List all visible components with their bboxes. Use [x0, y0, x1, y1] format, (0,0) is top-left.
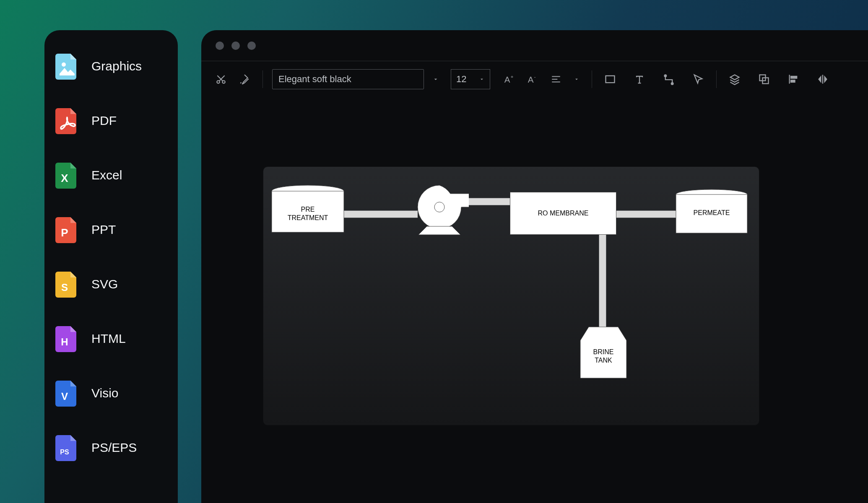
layers-icon[interactable]: [726, 70, 743, 88]
svg-text:-: -: [534, 74, 536, 79]
excel-icon: X: [55, 162, 79, 189]
decrease-font-icon[interactable]: A-: [524, 70, 541, 88]
svg-text:PS: PS: [60, 449, 69, 456]
align-caret-icon[interactable]: [571, 76, 582, 82]
ppt-icon: P: [55, 216, 79, 243]
node-ro-membrane[interactable]: RO MEMBRANE: [510, 192, 616, 235]
image-icon: [55, 53, 79, 80]
svg-rect-19: [791, 80, 795, 82]
svg-text:V: V: [61, 391, 68, 402]
export-item-pdf[interactable]: PDF: [52, 101, 170, 141]
group-icon[interactable]: [755, 70, 773, 88]
style-select-value: Elegant soft black: [278, 74, 351, 85]
editor-window: Elegant soft black 12 A+ A-: [201, 30, 868, 503]
export-item-label: Graphics: [91, 59, 142, 73]
export-item-graphics[interactable]: Graphics: [52, 46, 170, 86]
format-painter-icon[interactable]: [236, 70, 253, 88]
node-label: RO MEMBRANE: [538, 209, 589, 218]
export-item-visio[interactable]: V Visio: [52, 373, 170, 413]
svg-rect-13: [606, 76, 615, 83]
node-label: PERMEATE: [674, 209, 749, 217]
pipe: [599, 234, 606, 329]
export-item-label: PS/EPS: [91, 441, 137, 455]
toolbar-separator: [262, 70, 263, 88]
svg-text:S: S: [61, 282, 68, 293]
export-format-panel: Graphics PDF X Excel: [44, 30, 178, 503]
node-label: PRETREATMENT: [270, 205, 346, 222]
export-item-svg[interactable]: S SVG: [52, 264, 170, 304]
svg-point-14: [665, 75, 667, 77]
pointer-tool-icon[interactable]: [689, 70, 707, 88]
window-close-icon[interactable]: [216, 41, 224, 50]
svg-text:H: H: [61, 336, 68, 347]
export-item-html[interactable]: H HTML: [52, 319, 170, 359]
visio-icon: V: [55, 380, 79, 407]
flip-icon[interactable]: [814, 70, 832, 88]
style-select-caret[interactable]: [430, 76, 442, 83]
window-titlebar: [201, 30, 868, 61]
ps-icon: PS: [55, 434, 79, 461]
export-item-label: PDF: [91, 114, 117, 128]
export-item-label: PPT: [91, 223, 116, 237]
editor-toolbar: Elegant soft black 12 A+ A-: [201, 61, 868, 97]
pipe: [615, 210, 678, 218]
svg-text:A: A: [528, 75, 534, 84]
svg-point-15: [671, 83, 673, 85]
svg-text:A: A: [504, 75, 510, 84]
style-select[interactable]: Elegant soft black: [272, 69, 424, 89]
svg-point-22: [434, 202, 444, 212]
svg-text:X: X: [61, 172, 68, 184]
connector-tool-icon[interactable]: [660, 70, 678, 88]
node-label: BRINETANK: [579, 348, 628, 365]
align-icon[interactable]: [547, 70, 565, 88]
pipe: [341, 210, 418, 218]
font-size-select[interactable]: 12: [451, 69, 490, 89]
export-item-excel[interactable]: X Excel: [52, 155, 170, 195]
window-minimize-icon[interactable]: [231, 41, 240, 50]
svg-text:+: +: [511, 74, 514, 79]
diagram-canvas[interactable]: PRETREATMENT RO MEMBRANE PE: [263, 167, 759, 425]
font-size-value: 12: [456, 74, 466, 85]
node-permeate[interactable]: PERMEATE: [674, 189, 749, 236]
svg-rect-18: [791, 76, 797, 78]
svg-point-7: [217, 80, 220, 83]
export-item-label: SVG: [91, 277, 118, 291]
svg-point-8: [222, 80, 225, 83]
align-left-objects-icon[interactable]: [785, 70, 802, 88]
svg-point-0: [62, 62, 66, 67]
rectangle-tool-icon[interactable]: [601, 70, 619, 88]
svg-text:P: P: [61, 226, 68, 239]
pdf-icon: [55, 107, 79, 134]
html-icon: H: [55, 325, 79, 352]
window-maximize-icon[interactable]: [247, 41, 256, 50]
toolbar-separator: [716, 70, 717, 88]
export-item-label: Excel: [91, 168, 122, 182]
toolbar-separator: [592, 70, 592, 88]
export-item-label: HTML: [91, 332, 126, 346]
text-tool-icon[interactable]: [631, 70, 648, 88]
export-item-ppt[interactable]: P PPT: [52, 210, 170, 250]
node-pre-treatment[interactable]: PRETREATMENT: [270, 184, 346, 236]
export-item-label: Visio: [91, 386, 118, 400]
node-pump[interactable]: [410, 183, 469, 237]
cut-icon[interactable]: [212, 70, 230, 88]
export-item-ps-eps[interactable]: PS PS/EPS: [52, 428, 170, 468]
increase-font-icon[interactable]: A+: [500, 70, 518, 88]
svg-icon: S: [55, 271, 79, 298]
node-brine-tank[interactable]: BRINETANK: [579, 325, 628, 381]
